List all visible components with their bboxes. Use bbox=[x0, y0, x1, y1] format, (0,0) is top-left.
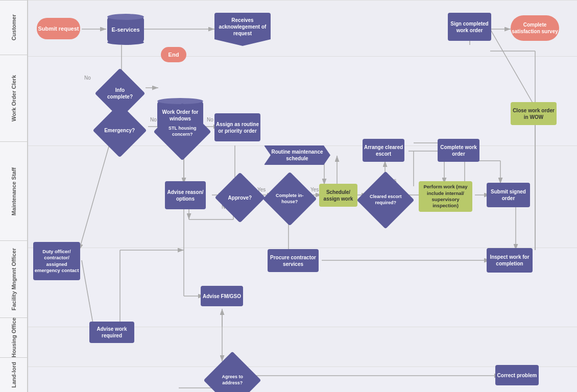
swim-lanes: Customer Work Order Clerk Maintenance St… bbox=[0, 0, 28, 392]
advise-fmgso-node: Advise FM/GSO bbox=[201, 286, 243, 306]
submit-request-node: Submit request bbox=[37, 18, 80, 39]
lane-label-housing: Housing Office bbox=[11, 317, 17, 357]
close-work-order-node: Close work order in WOW bbox=[511, 102, 557, 125]
advise-reason-node: Advise reason/ options bbox=[165, 181, 206, 209]
lane-maintenance: Maintenance Staff bbox=[0, 141, 28, 240]
lane-housing: Housing Office bbox=[0, 317, 28, 357]
label-no-stl: No bbox=[207, 117, 213, 122]
schedule-assign-node: Schedule/ assign work bbox=[319, 184, 357, 207]
lane-label-clerk: Work Order Clerk bbox=[11, 75, 17, 121]
sign-completed-node: Sign completed work order bbox=[448, 13, 491, 41]
lane-label-customer: Customer bbox=[11, 14, 17, 40]
label-no-info: No bbox=[84, 75, 91, 81]
correct-problem-node: Correct problem bbox=[495, 365, 539, 385]
lane-landlord: Land-lord bbox=[0, 357, 28, 392]
advise-work-node: Advise work required bbox=[89, 322, 134, 343]
lane-bg-landlord bbox=[28, 366, 577, 392]
lane-label-landlord: Land-lord bbox=[11, 362, 17, 388]
complete-satisfaction-node: Complete satisfaction survey bbox=[511, 15, 559, 41]
routine-maintenance-node: Routine maintenance schedule bbox=[264, 145, 330, 165]
perform-work-node: Perform work (may include internal/ supe… bbox=[419, 181, 472, 212]
submit-signed-order-node: Submit signed order bbox=[487, 183, 530, 207]
lane-label-facility: Facility Mngmnt Officer bbox=[11, 248, 17, 310]
lane-clerk: Work Order Clerk bbox=[0, 55, 28, 141]
procure-contractor-node: Procure contractor services bbox=[268, 249, 319, 272]
lane-customer: Customer bbox=[0, 0, 28, 55]
lane-facility: Facility Mngmnt Officer bbox=[0, 240, 28, 317]
complete-work-order-node: Complete work order bbox=[438, 139, 479, 162]
end-node: End bbox=[161, 47, 186, 62]
label-yes-inhouse: Yes bbox=[310, 187, 319, 192]
duty-officer-node: Duty officer/ contractor/ assigned emerg… bbox=[33, 242, 80, 280]
arrange-escort-node: Arrange cleared escort bbox=[363, 139, 404, 162]
diagram-container: Customer Work Order Clerk Maintenance St… bbox=[0, 0, 577, 392]
e-services-node: E-services bbox=[107, 17, 144, 42]
inspect-work-node: Inspect work for completion bbox=[487, 248, 533, 273]
lane-label-maintenance: Maintenance Staff bbox=[11, 167, 17, 215]
receives-ack-node: Receives acknowlegement of request bbox=[214, 13, 271, 46]
label-no-emergency: No bbox=[150, 117, 157, 122]
assign-routine-node: Assign as routine or priority order bbox=[214, 113, 260, 141]
